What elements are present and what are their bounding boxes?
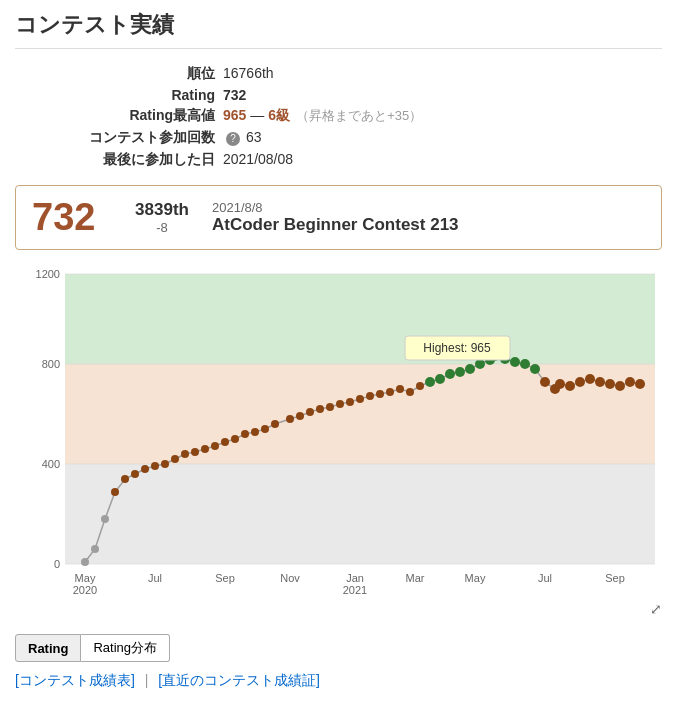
svg-point-32 [181,450,189,458]
latest-rating: 732 [32,196,112,239]
svg-point-38 [241,430,249,438]
svg-text:Jul: Jul [148,572,162,584]
recent-certificate-link[interactable]: [直近のコンテスト成績証] [158,672,320,688]
last-contest-value: 2021/08/08 [223,151,293,167]
svg-point-55 [416,382,424,390]
svg-point-70 [555,379,565,389]
rank-label: 順位 [75,65,215,83]
svg-point-46 [326,403,334,411]
svg-point-33 [191,448,199,456]
svg-point-57 [435,374,445,384]
svg-point-54 [406,388,414,396]
svg-point-58 [445,369,455,379]
svg-point-30 [161,460,169,468]
latest-date: 2021/8/8 [212,200,459,215]
svg-point-50 [366,392,374,400]
svg-text:Mar: Mar [406,572,425,584]
svg-point-35 [211,442,219,450]
svg-rect-1 [65,364,655,464]
bottom-links: [コンテスト成績表] | [直近のコンテスト成績証] [15,672,662,690]
svg-point-65 [510,357,520,367]
svg-point-74 [595,377,605,387]
svg-point-27 [131,470,139,478]
svg-point-31 [171,455,179,463]
svg-point-43 [296,412,304,420]
svg-point-73 [585,374,595,384]
rating-max-note: （昇格まであと+35） [296,107,422,125]
contest-count-value: 63 [246,129,262,145]
tab-rating-distribution[interactable]: Rating分布 [81,634,170,662]
svg-point-56 [425,377,435,387]
svg-text:800: 800 [42,358,60,370]
svg-point-48 [346,398,354,406]
svg-point-41 [271,420,279,428]
latest-rank-block: 3839th -8 [132,200,192,235]
tab-rating[interactable]: Rating [15,634,81,662]
contest-results-link[interactable]: [コンテスト成績表] [15,672,135,688]
latest-contest-info: 2021/8/8 AtCoder Beginner Contest 213 [212,200,459,235]
page-title: コンテスト実績 [15,10,662,49]
svg-point-37 [231,435,239,443]
svg-point-72 [575,377,585,387]
svg-point-49 [356,395,364,403]
svg-text:Sep: Sep [605,572,625,584]
rating-value: 732 [223,87,246,103]
svg-text:May: May [465,572,486,584]
svg-point-34 [201,445,209,453]
svg-point-76 [615,381,625,391]
last-contest-label: 最後に参加した日 [75,151,215,169]
rating-max-label: Rating最高値 [75,107,215,125]
svg-text:400: 400 [42,458,60,470]
svg-text:2020: 2020 [73,584,97,596]
svg-point-60 [465,364,475,374]
svg-point-22 [81,558,89,566]
svg-point-44 [306,408,314,416]
svg-point-36 [221,438,229,446]
svg-text:Nov: Nov [280,572,300,584]
svg-point-51 [376,390,384,398]
svg-text:Sep: Sep [215,572,235,584]
svg-point-53 [396,385,404,393]
link-separator: | [145,672,149,688]
info-icon[interactable]: ? [226,132,240,146]
latest-rank: 3839th [135,200,189,220]
dash: — [250,107,264,123]
svg-point-66 [520,359,530,369]
svg-point-78 [635,379,645,389]
svg-point-67 [530,364,540,374]
rating-max-value: 965 [223,107,246,123]
svg-point-23 [91,545,99,553]
svg-point-45 [316,405,324,413]
svg-point-26 [121,475,129,483]
svg-point-71 [565,381,575,391]
svg-text:⤢: ⤢ [650,601,662,617]
svg-point-77 [625,377,635,387]
rating-max-grade: 6級 [268,107,290,125]
svg-point-75 [605,379,615,389]
chart-tabs: Rating Rating分布 [15,634,662,662]
svg-point-40 [261,425,269,433]
rating-chart: 1200 800 400 0 May 2020 Jul Sep Nov Jan … [15,264,665,624]
svg-text:Jan: Jan [346,572,364,584]
svg-text:2021: 2021 [343,584,367,596]
latest-contest-banner: 732 3839th -8 2021/8/8 AtCoder Beginner … [15,185,662,250]
latest-contest-name: AtCoder Beginner Contest 213 [212,215,459,235]
svg-point-39 [251,428,259,436]
svg-point-68 [540,377,550,387]
contest-count-label: コンテスト参加回数 [75,129,215,147]
svg-point-29 [151,462,159,470]
svg-point-47 [336,400,344,408]
svg-point-59 [455,367,465,377]
svg-text:May: May [75,572,96,584]
rating-label: Rating [75,87,215,103]
svg-point-28 [141,465,149,473]
svg-text:Jul: Jul [538,572,552,584]
svg-point-24 [101,515,109,523]
svg-point-42 [286,415,294,423]
svg-rect-2 [65,274,655,364]
svg-point-52 [386,388,394,396]
svg-text:1200: 1200 [36,268,60,280]
svg-point-25 [111,488,119,496]
svg-text:Highest: 965: Highest: 965 [423,341,491,355]
latest-diff: -8 [156,220,168,235]
